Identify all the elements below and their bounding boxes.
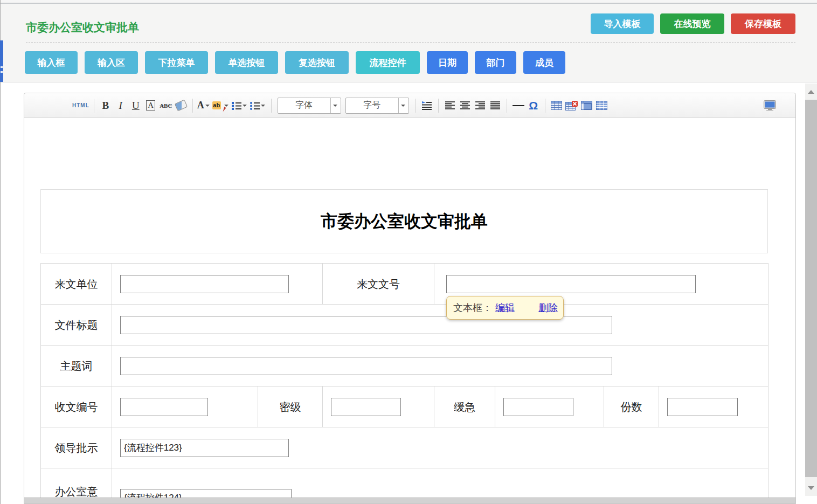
scroll-down-arrow[interactable]	[805, 481, 817, 495]
widget-checkbox-button[interactable]: 复选按钮	[285, 51, 349, 74]
chevron-down-icon[interactable]	[224, 105, 229, 107]
font-border-icon[interactable]: A	[146, 100, 155, 111]
underline-icon[interactable]: U	[129, 98, 143, 114]
template-actions: 导入模板 在线预览 保存模板	[591, 13, 795, 34]
indent-icon[interactable]	[420, 98, 434, 114]
approval-form-table: 来文单位 来文文号 文件标题 主题词 收文编号 密级 缓急 份数	[40, 263, 768, 499]
delete-field-link[interactable]: 删除	[538, 301, 558, 314]
table-row: 领导批示	[41, 427, 768, 468]
table-row: 收文编号 密级 缓急 份数	[41, 386, 768, 427]
align-center-icon[interactable]	[458, 98, 472, 114]
edit-field-link[interactable]: 编辑	[495, 301, 515, 314]
form-title-box: 市委办公室收文审批单	[40, 189, 768, 253]
strip-fragment	[1, 71, 3, 73]
save-template-button[interactable]: 保存模板	[731, 13, 795, 34]
toolbar-separator	[94, 99, 94, 113]
strip-fragment	[1, 66, 3, 68]
field-label-shouwen-bianhao: 收文编号	[41, 401, 112, 413]
widget-input-box-button[interactable]: 输入框	[25, 51, 78, 74]
widget-flow-control-button[interactable]: 流程控件	[356, 51, 420, 74]
field-label-laiwen-danwei: 来文单位	[41, 278, 112, 291]
unordered-list-icon[interactable]	[250, 98, 267, 114]
font-family-select[interactable]: 字体	[278, 98, 341, 114]
editor-toolbar: HTML B I U A ABC A ab 字体	[24, 93, 795, 118]
widget-date-button[interactable]: 日期	[427, 51, 468, 74]
import-template-button[interactable]: 导入模板	[591, 13, 654, 34]
field-label-huanji: 缓急	[434, 401, 495, 413]
shouwen-bianhao-input[interactable]	[120, 398, 208, 416]
chevron-down-icon[interactable]	[205, 105, 210, 107]
eraser-icon	[175, 100, 188, 112]
insert-table-icon[interactable]	[550, 98, 564, 114]
miji-input[interactable]	[331, 398, 401, 416]
laiwen-wenhao-input[interactable]	[446, 275, 696, 293]
widget-department-button[interactable]: 部门	[475, 51, 516, 74]
window-top-edge	[0, 0, 817, 4]
table-row: 主题词	[41, 346, 768, 386]
align-justify-icon[interactable]	[488, 98, 502, 114]
dropdown-button[interactable]	[330, 98, 341, 113]
scrollbar-thumb[interactable]	[805, 100, 817, 477]
pencil-icon	[221, 106, 226, 111]
field-label-wenjian-biaoti: 文件标题	[41, 319, 112, 332]
field-label-zhutici: 主题词	[41, 360, 112, 372]
scroll-up-arrow[interactable]	[805, 85, 817, 99]
align-left-icon[interactable]	[443, 98, 457, 114]
fenshu-input[interactable]	[667, 398, 738, 416]
font-size-select[interactable]: 字号	[345, 98, 409, 114]
font-color-icon[interactable]: A	[197, 98, 211, 114]
horizontal-rule-icon[interactable]	[511, 98, 525, 114]
dropdown-button[interactable]	[398, 98, 408, 113]
left-accent-strip	[0, 40, 3, 82]
vertical-scrollbar[interactable]	[805, 84, 817, 496]
chevron-down-icon[interactable]	[261, 105, 265, 107]
fullscreen-icon[interactable]	[763, 98, 777, 114]
merge-cells-icon[interactable]	[580, 98, 594, 114]
strikethrough-icon[interactable]: ABC	[159, 98, 173, 114]
tooltip-field-type: 文本框：	[453, 301, 492, 314]
chevron-down-icon[interactable]	[243, 105, 247, 107]
rich-text-editor: HTML B I U A ABC A ab 字体	[24, 93, 796, 504]
zhutici-input[interactable]	[120, 357, 612, 375]
split-cells-icon[interactable]	[595, 98, 609, 114]
toolbar-separator	[415, 99, 416, 113]
editor-document[interactable]: 市委办公室收文审批单 来文单位 来文文号 文件标题 主题词 收文	[24, 118, 795, 499]
table-row: 来文单位 来文文号	[41, 264, 768, 305]
table-row: 文件标题	[41, 305, 768, 346]
field-label-lingdao-pishi: 领导批示	[41, 441, 112, 454]
field-action-tooltip: 文本框： 编辑 删除	[446, 296, 564, 320]
table-row: 办公室意见	[41, 468, 768, 500]
laiwen-danwei-input[interactable]	[120, 275, 289, 293]
widget-radio-button[interactable]: 单选按钮	[215, 51, 278, 74]
remove-format-icon[interactable]	[174, 98, 188, 114]
unordered-list-glyph	[250, 101, 260, 110]
widget-textarea-button[interactable]: 输入区	[85, 51, 138, 74]
online-preview-button[interactable]: 在线预览	[660, 13, 724, 34]
editor-resize-bar[interactable]	[24, 498, 795, 503]
italic-icon[interactable]: I	[114, 98, 128, 114]
toolbar-separator	[438, 99, 439, 113]
toolbar-separator	[192, 99, 193, 113]
highlight-color-icon[interactable]: ab	[212, 98, 230, 114]
form-title: 市委办公室收文审批单	[321, 210, 488, 233]
toolbar-separator	[507, 99, 507, 113]
widget-member-button[interactable]: 成员	[523, 51, 565, 74]
lingdao-pishi-input[interactable]	[120, 439, 289, 457]
special-char-icon[interactable]: Ω	[527, 98, 541, 114]
widget-button-row: 输入框 输入区 下拉菜单 单选按钮 复选按钮 流程控件 日期 部门 成员	[25, 51, 565, 74]
ordered-list-glyph	[231, 101, 241, 110]
bold-icon[interactable]: B	[99, 98, 113, 114]
field-label-laiwen-wenhao: 来文文号	[323, 278, 434, 291]
widget-dropdown-button[interactable]: 下拉菜单	[145, 51, 208, 74]
align-right-icon[interactable]	[473, 98, 487, 114]
header-divider	[26, 42, 795, 43]
huanji-input[interactable]	[503, 398, 573, 416]
delete-table-icon[interactable]	[565, 98, 579, 114]
field-label-miji: 密级	[258, 401, 322, 413]
ordered-list-icon[interactable]	[231, 98, 248, 114]
chevron-down-icon	[333, 105, 337, 107]
page-title: 市委办公室收文审批单	[26, 20, 139, 35]
chevron-down-icon	[401, 105, 405, 107]
toolbar-separator	[271, 99, 272, 113]
source-code-icon[interactable]: HTML	[72, 98, 89, 114]
